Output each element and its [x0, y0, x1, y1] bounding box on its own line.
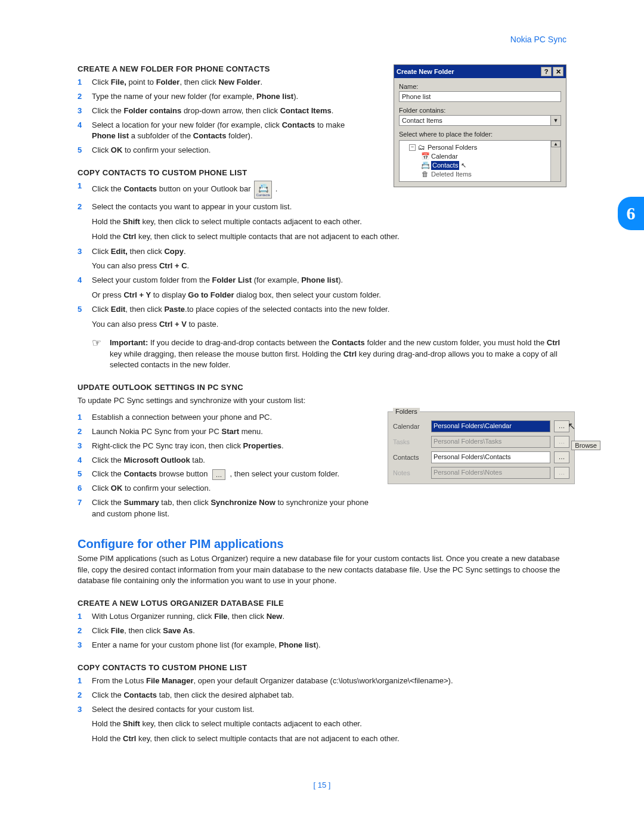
scrollbar[interactable] [550, 141, 561, 181]
step-text: Click File, point to Folder, then click … [92, 77, 352, 88]
chapter-tab: 6 [618, 197, 644, 230]
step-text: Launch Nokia PC Sync from your PC Start … [92, 426, 380, 438]
folders-panel: Folders CalendarPersonal Folders\Calenda… [388, 411, 575, 484]
step-text: Establish a connection between your phon… [92, 412, 380, 423]
important-text: Important: If you decide to drag-and-dro… [110, 337, 566, 371]
browse-button[interactable]: … [554, 451, 569, 463]
step-text: With Lotus Organizer running, click File… [92, 611, 566, 623]
step-text: Select a location for your new folder (f… [92, 120, 352, 143]
folder-label: Contacts [393, 454, 428, 461]
step-text: Click the Contacts browse button … , the… [92, 469, 380, 480]
step-text: Click File, then click Save As. [92, 625, 566, 637]
browse-icon[interactable]: … [212, 469, 225, 480]
step-text: Type the name of your new folder (for ex… [92, 91, 352, 103]
step-text: Select the desired contacts for your cus… [92, 704, 566, 716]
create-folder-dialog: Create New Folder ? ✕ Name: Phone list F… [394, 64, 566, 187]
help-icon[interactable]: ? [541, 67, 552, 76]
folder-icon: 🗂 [417, 143, 426, 152]
intro-text: To update PC Sync settings and synchroni… [78, 395, 566, 407]
collapse-icon[interactable]: − [409, 144, 416, 151]
place-label: Select where to place the folder: [399, 131, 561, 138]
folder-path-input[interactable]: Personal Folders\Calendar [431, 420, 550, 432]
section-title: CREATE A NEW LOTUS ORGANIZER DATABASE FI… [78, 599, 566, 608]
legend: Folders [393, 408, 420, 415]
step-text: Select your custom folder from the Folde… [92, 275, 566, 301]
hint-text: Hold the Shift key, then click to select… [92, 719, 566, 730]
close-icon[interactable]: ✕ [553, 67, 564, 76]
name-label: Name: [399, 83, 561, 90]
folders-grid: CalendarPersonal Folders\Calendar…TasksP… [393, 420, 569, 479]
step-text: Click Edit, then click Paste.to place co… [92, 304, 566, 330]
step-text: Click the Microsoft Outlook tab. [92, 455, 380, 466]
page: Nokia PC Sync 6 Create New Folder ? ✕ Na… [0, 0, 644, 813]
contacts-icon: 📇 [421, 161, 429, 170]
step-text: Click Edit, then click Copy.You can also… [92, 246, 566, 272]
contains-select[interactable]: Contact Items ▼ [399, 115, 561, 126]
step-text: From the Lotus File Manager, open your d… [92, 676, 566, 687]
cursor-icon: ↖ [568, 420, 575, 432]
folder-label: Calendar [393, 423, 428, 430]
section-title: UPDATE OUTLOOK SETTINGS IN PC SYNC [78, 383, 566, 392]
hint-text: Hold the Ctrl key, then click to select … [92, 733, 566, 745]
section-title: COPY CONTACTS TO CUSTOM PHONE LIST [78, 663, 566, 672]
browse-button: … [554, 467, 569, 479]
step-text: Select the contacts you want to appear i… [92, 202, 566, 213]
browse-button[interactable]: Browse [571, 441, 600, 450]
folder-path-input[interactable]: Personal Folders\Contacts [431, 451, 550, 463]
step-text: Right-click the PC Sync tray icon, then … [92, 441, 380, 452]
folder-label: Tasks [393, 438, 428, 445]
hint-text: Hold the Shift key, then click to select… [92, 216, 566, 228]
section-title: CREATE A NEW FOLDER FOR PHONE CONTACTS [78, 64, 352, 73]
contacts-icon[interactable] [254, 181, 272, 199]
step-text: Click OK to confirm your selection. [92, 483, 380, 494]
heading-configure-pim: Configure for other PIM applications [78, 537, 566, 551]
chevron-down-icon[interactable]: ▼ [550, 116, 561, 125]
name-input[interactable]: Phone list [399, 91, 561, 102]
dialog-title: Create New Folder [397, 68, 540, 75]
header-product: Nokia PC Sync [510, 35, 566, 44]
browse-button: … [554, 436, 569, 448]
trash-icon: 🗑 [421, 170, 429, 179]
intro-text: Some PIM applications (such as Lotus Org… [78, 553, 566, 587]
hint-text: Hold the Ctrl key, then click to select … [92, 231, 566, 243]
contains-label: Folder contains: [399, 107, 561, 114]
folder-tree[interactable]: −🗂Personal Folders 📅Calendar 📇Contacts ↖… [399, 140, 561, 182]
folder-path-input: Personal Folders\Tasks [431, 436, 550, 448]
step-text: Enter a name for your custom phone list … [92, 640, 566, 651]
step-text: Click the Summary tab, then click Synchr… [92, 497, 380, 520]
calendar-icon: 📅 [421, 152, 429, 161]
important-icon: ☞ [92, 337, 104, 371]
cursor-icon: ↖ [461, 161, 466, 170]
folder-label: Notes [393, 469, 428, 476]
step-text: Click OK to confirm your selection. [92, 145, 352, 156]
step-text: Click the Contacts tab, then click the d… [92, 690, 566, 701]
page-number: [ 15 ] [78, 781, 566, 789]
folder-path-input: Personal Folders\Notes [431, 467, 550, 479]
step-text: Click the Folder contains drop-down arro… [92, 106, 352, 117]
steps-list: 1Click File, point to Folder, then click… [78, 77, 352, 156]
